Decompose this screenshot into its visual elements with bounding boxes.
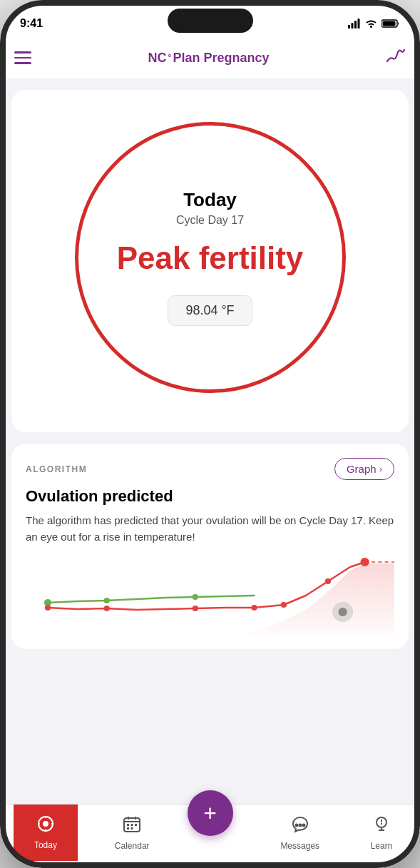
svg-rect-3 — [358, 19, 360, 29]
graph-button[interactable]: Graph › — [334, 458, 394, 480]
learn-icon — [372, 815, 391, 838]
svg-rect-32 — [131, 824, 133, 826]
signal-icon — [348, 19, 361, 29]
today-label: Today — [183, 189, 237, 211]
screen: NC°Plan Pregnancy Today Cycle Day 17 Pea… — [0, 37, 420, 868]
status-icons — [348, 19, 400, 29]
svg-point-4 — [370, 26, 372, 28]
add-button[interactable]: + — [188, 790, 233, 836]
plus-icon: + — [203, 802, 217, 824]
svg-point-16 — [325, 578, 331, 584]
svg-point-19 — [338, 608, 347, 616]
app-header: NC°Plan Pregnancy — [0, 37, 420, 78]
svg-point-37 — [298, 823, 302, 827]
svg-point-15 — [281, 602, 287, 608]
svg-point-13 — [193, 606, 198, 611]
nav-label-messages: Messages — [280, 841, 319, 851]
svg-rect-1 — [352, 23, 354, 29]
svg-point-43 — [381, 822, 382, 824]
svg-rect-31 — [127, 824, 129, 826]
nc-logo: NC — [148, 51, 167, 66]
today-icon — [36, 815, 55, 837]
svg-marker-7 — [247, 563, 394, 635]
cycle-day-label: Cycle Day 17 — [176, 214, 244, 227]
svg-point-36 — [294, 823, 298, 827]
chart-icon-button[interactable] — [386, 47, 406, 68]
ovulation-title: Ovulation predicted — [26, 487, 394, 506]
peak-fertility-text: Peak fertility — [117, 241, 304, 275]
scroll-content: Today Cycle Day 17 Peak fertility 98.04 … — [0, 78, 420, 804]
nav-item-calendar[interactable]: Calendar — [105, 810, 160, 857]
wifi-icon — [365, 19, 377, 29]
svg-rect-33 — [135, 824, 137, 826]
algorithm-header: ALGORITHM Graph › — [26, 458, 394, 480]
svg-point-11 — [45, 605, 51, 611]
nav-item-messages[interactable]: Messages — [270, 810, 329, 857]
temperature-value: 98.04 °F — [185, 303, 234, 317]
nav-item-learn[interactable]: Learn — [357, 810, 406, 857]
algorithm-label: ALGORITHM — [26, 464, 87, 474]
hamburger-button[interactable] — [14, 51, 31, 64]
nav-label-today: Today — [34, 840, 57, 850]
fertility-circle: Today Cycle Day 17 Peak fertility 98.04 … — [75, 122, 346, 393]
fertility-card: Today Cycle Day 17 Peak fertility 98.04 … — [11, 90, 409, 432]
svg-rect-0 — [348, 25, 350, 29]
status-time: 9:41 — [20, 17, 43, 30]
ovulation-desc: The algorithm has predicted that your ov… — [26, 513, 394, 545]
svg-point-10 — [193, 594, 198, 600]
nav-label-calendar: Calendar — [115, 841, 150, 851]
app-title: NC°Plan Pregnancy — [148, 51, 270, 66]
nav-label-learn: Learn — [371, 841, 393, 851]
svg-point-22 — [43, 821, 48, 827]
algorithm-card: ALGORITHM Graph › Ovulation predicted Th… — [11, 444, 409, 649]
dynamic-island — [168, 9, 253, 33]
chevron-right-icon: › — [379, 464, 382, 474]
svg-point-38 — [302, 823, 305, 827]
nav-item-today[interactable]: Today — [14, 805, 78, 861]
battery-icon — [381, 19, 400, 29]
svg-rect-34 — [127, 827, 129, 829]
messages-icon — [291, 815, 309, 838]
svg-point-14 — [251, 605, 257, 611]
mini-chart — [26, 556, 394, 635]
svg-rect-35 — [131, 827, 133, 829]
temperature-badge: 98.04 °F — [168, 295, 252, 326]
svg-point-9 — [104, 598, 110, 603]
svg-rect-2 — [354, 21, 357, 29]
svg-rect-6 — [383, 21, 396, 26]
svg-point-12 — [104, 606, 110, 611]
bottom-nav: Today Calenda — [0, 804, 420, 868]
calendar-icon — [123, 815, 141, 838]
phone-shell: 9:41 — [0, 0, 420, 868]
